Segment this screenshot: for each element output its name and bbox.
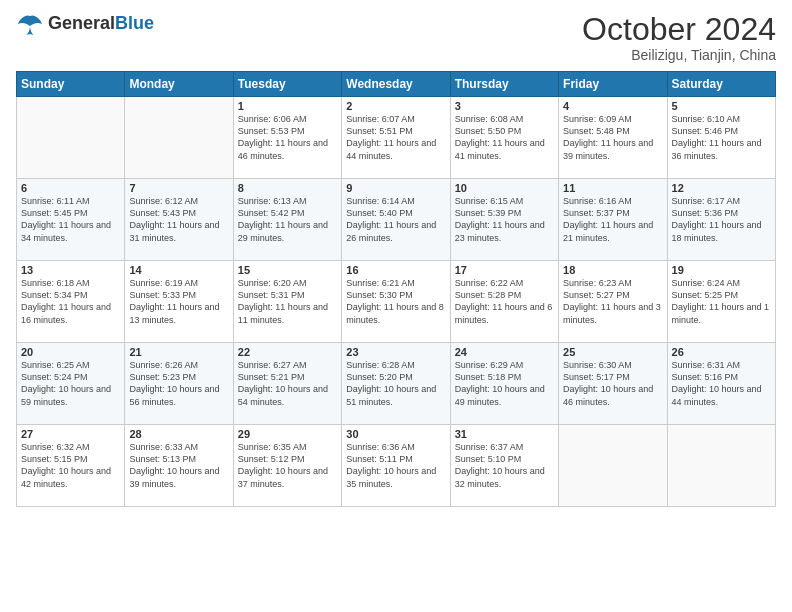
day-detail: Sunrise: 6:12 AM Sunset: 5:43 PM Dayligh… (129, 195, 228, 244)
day-number: 31 (455, 428, 554, 440)
calendar-cell: 23Sunrise: 6:28 AM Sunset: 5:20 PM Dayli… (342, 343, 450, 425)
day-number: 20 (21, 346, 120, 358)
calendar-cell: 12Sunrise: 6:17 AM Sunset: 5:36 PM Dayli… (667, 179, 775, 261)
day-number: 26 (672, 346, 771, 358)
day-number: 18 (563, 264, 662, 276)
day-number: 25 (563, 346, 662, 358)
calendar-cell: 10Sunrise: 6:15 AM Sunset: 5:39 PM Dayli… (450, 179, 558, 261)
calendar-week-1: 1Sunrise: 6:06 AM Sunset: 5:53 PM Daylig… (17, 97, 776, 179)
day-number: 24 (455, 346, 554, 358)
day-detail: Sunrise: 6:09 AM Sunset: 5:48 PM Dayligh… (563, 113, 662, 162)
calendar-cell: 14Sunrise: 6:19 AM Sunset: 5:33 PM Dayli… (125, 261, 233, 343)
calendar-cell: 29Sunrise: 6:35 AM Sunset: 5:12 PM Dayli… (233, 425, 341, 507)
day-detail: Sunrise: 6:17 AM Sunset: 5:36 PM Dayligh… (672, 195, 771, 244)
calendar-cell: 9Sunrise: 6:14 AM Sunset: 5:40 PM Daylig… (342, 179, 450, 261)
logo: GeneralBlue (16, 12, 154, 36)
calendar-cell: 13Sunrise: 6:18 AM Sunset: 5:34 PM Dayli… (17, 261, 125, 343)
day-number: 11 (563, 182, 662, 194)
calendar-cell: 20Sunrise: 6:25 AM Sunset: 5:24 PM Dayli… (17, 343, 125, 425)
header-cell-friday: Friday (559, 72, 667, 97)
day-number: 27 (21, 428, 120, 440)
day-number: 6 (21, 182, 120, 194)
calendar-cell: 30Sunrise: 6:36 AM Sunset: 5:11 PM Dayli… (342, 425, 450, 507)
day-detail: Sunrise: 6:23 AM Sunset: 5:27 PM Dayligh… (563, 277, 662, 326)
calendar-cell: 6Sunrise: 6:11 AM Sunset: 5:45 PM Daylig… (17, 179, 125, 261)
calendar-week-2: 6Sunrise: 6:11 AM Sunset: 5:45 PM Daylig… (17, 179, 776, 261)
calendar-cell: 16Sunrise: 6:21 AM Sunset: 5:30 PM Dayli… (342, 261, 450, 343)
day-number: 19 (672, 264, 771, 276)
day-detail: Sunrise: 6:27 AM Sunset: 5:21 PM Dayligh… (238, 359, 337, 408)
calendar-cell: 8Sunrise: 6:13 AM Sunset: 5:42 PM Daylig… (233, 179, 341, 261)
day-number: 10 (455, 182, 554, 194)
day-detail: Sunrise: 6:35 AM Sunset: 5:12 PM Dayligh… (238, 441, 337, 490)
calendar-cell: 31Sunrise: 6:37 AM Sunset: 5:10 PM Dayli… (450, 425, 558, 507)
calendar-cell: 1Sunrise: 6:06 AM Sunset: 5:53 PM Daylig… (233, 97, 341, 179)
day-detail: Sunrise: 6:13 AM Sunset: 5:42 PM Dayligh… (238, 195, 337, 244)
day-number: 12 (672, 182, 771, 194)
calendar-cell: 3Sunrise: 6:08 AM Sunset: 5:50 PM Daylig… (450, 97, 558, 179)
calendar-cell: 17Sunrise: 6:22 AM Sunset: 5:28 PM Dayli… (450, 261, 558, 343)
day-number: 30 (346, 428, 445, 440)
day-detail: Sunrise: 6:29 AM Sunset: 5:18 PM Dayligh… (455, 359, 554, 408)
day-detail: Sunrise: 6:10 AM Sunset: 5:46 PM Dayligh… (672, 113, 771, 162)
calendar-cell: 28Sunrise: 6:33 AM Sunset: 5:13 PM Dayli… (125, 425, 233, 507)
calendar-cell: 18Sunrise: 6:23 AM Sunset: 5:27 PM Dayli… (559, 261, 667, 343)
header-cell-sunday: Sunday (17, 72, 125, 97)
day-detail: Sunrise: 6:16 AM Sunset: 5:37 PM Dayligh… (563, 195, 662, 244)
calendar-cell: 21Sunrise: 6:26 AM Sunset: 5:23 PM Dayli… (125, 343, 233, 425)
day-detail: Sunrise: 6:07 AM Sunset: 5:51 PM Dayligh… (346, 113, 445, 162)
day-number: 1 (238, 100, 337, 112)
calendar-cell (125, 97, 233, 179)
day-detail: Sunrise: 6:31 AM Sunset: 5:16 PM Dayligh… (672, 359, 771, 408)
day-number: 17 (455, 264, 554, 276)
calendar-table: SundayMondayTuesdayWednesdayThursdayFrid… (16, 71, 776, 507)
day-number: 2 (346, 100, 445, 112)
day-detail: Sunrise: 6:32 AM Sunset: 5:15 PM Dayligh… (21, 441, 120, 490)
calendar-week-4: 20Sunrise: 6:25 AM Sunset: 5:24 PM Dayli… (17, 343, 776, 425)
header-cell-thursday: Thursday (450, 72, 558, 97)
day-number: 28 (129, 428, 228, 440)
calendar-cell (17, 97, 125, 179)
calendar-cell: 2Sunrise: 6:07 AM Sunset: 5:51 PM Daylig… (342, 97, 450, 179)
day-detail: Sunrise: 6:11 AM Sunset: 5:45 PM Dayligh… (21, 195, 120, 244)
calendar-cell: 11Sunrise: 6:16 AM Sunset: 5:37 PM Dayli… (559, 179, 667, 261)
day-detail: Sunrise: 6:22 AM Sunset: 5:28 PM Dayligh… (455, 277, 554, 326)
calendar-cell: 5Sunrise: 6:10 AM Sunset: 5:46 PM Daylig… (667, 97, 775, 179)
day-detail: Sunrise: 6:37 AM Sunset: 5:10 PM Dayligh… (455, 441, 554, 490)
calendar-cell: 26Sunrise: 6:31 AM Sunset: 5:16 PM Dayli… (667, 343, 775, 425)
calendar-cell (667, 425, 775, 507)
day-detail: Sunrise: 6:18 AM Sunset: 5:34 PM Dayligh… (21, 277, 120, 326)
calendar-cell: 19Sunrise: 6:24 AM Sunset: 5:25 PM Dayli… (667, 261, 775, 343)
title-block: October 2024 Beilizigu, Tianjin, China (582, 12, 776, 63)
calendar-cell: 25Sunrise: 6:30 AM Sunset: 5:17 PM Dayli… (559, 343, 667, 425)
header: GeneralBlue October 2024 Beilizigu, Tian… (16, 12, 776, 63)
header-cell-monday: Monday (125, 72, 233, 97)
day-number: 21 (129, 346, 228, 358)
day-number: 5 (672, 100, 771, 112)
day-number: 29 (238, 428, 337, 440)
day-detail: Sunrise: 6:15 AM Sunset: 5:39 PM Dayligh… (455, 195, 554, 244)
day-detail: Sunrise: 6:19 AM Sunset: 5:33 PM Dayligh… (129, 277, 228, 326)
calendar-week-3: 13Sunrise: 6:18 AM Sunset: 5:34 PM Dayli… (17, 261, 776, 343)
day-detail: Sunrise: 6:06 AM Sunset: 5:53 PM Dayligh… (238, 113, 337, 162)
day-number: 16 (346, 264, 445, 276)
day-detail: Sunrise: 6:24 AM Sunset: 5:25 PM Dayligh… (672, 277, 771, 326)
header-row: SundayMondayTuesdayWednesdayThursdayFrid… (17, 72, 776, 97)
day-number: 3 (455, 100, 554, 112)
day-detail: Sunrise: 6:26 AM Sunset: 5:23 PM Dayligh… (129, 359, 228, 408)
day-detail: Sunrise: 6:08 AM Sunset: 5:50 PM Dayligh… (455, 113, 554, 162)
day-detail: Sunrise: 6:28 AM Sunset: 5:20 PM Dayligh… (346, 359, 445, 408)
calendar-title: October 2024 (582, 12, 776, 47)
calendar-subtitle: Beilizigu, Tianjin, China (582, 47, 776, 63)
day-number: 4 (563, 100, 662, 112)
logo-icon (16, 12, 44, 36)
header-cell-tuesday: Tuesday (233, 72, 341, 97)
page: GeneralBlue October 2024 Beilizigu, Tian… (0, 0, 792, 612)
day-detail: Sunrise: 6:30 AM Sunset: 5:17 PM Dayligh… (563, 359, 662, 408)
calendar-week-5: 27Sunrise: 6:32 AM Sunset: 5:15 PM Dayli… (17, 425, 776, 507)
calendar-cell (559, 425, 667, 507)
calendar-cell: 24Sunrise: 6:29 AM Sunset: 5:18 PM Dayli… (450, 343, 558, 425)
header-cell-wednesday: Wednesday (342, 72, 450, 97)
day-number: 22 (238, 346, 337, 358)
calendar-cell: 4Sunrise: 6:09 AM Sunset: 5:48 PM Daylig… (559, 97, 667, 179)
